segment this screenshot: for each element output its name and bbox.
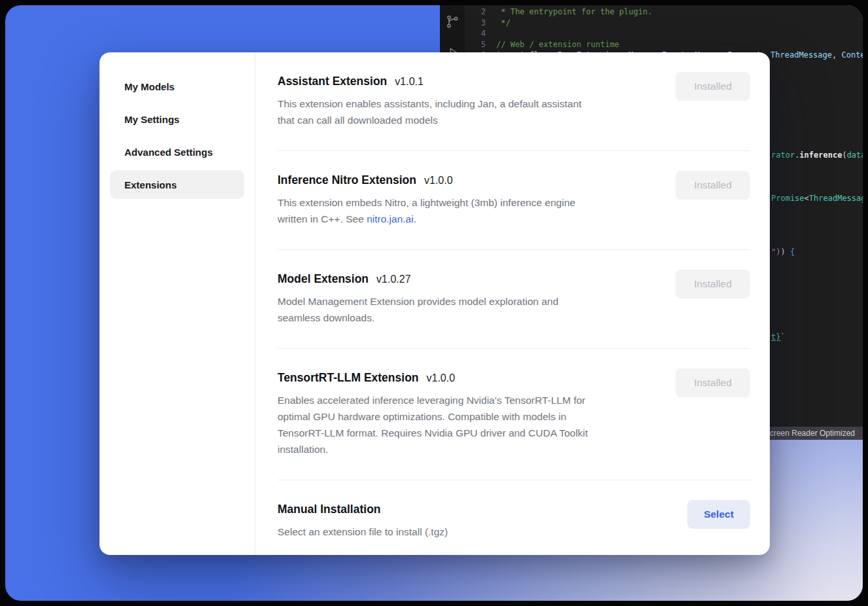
- code-line: 2 * The entrypoint for the plugin.: [465, 7, 863, 18]
- extension-description: This extension embeds Nitro, a lightweig…: [278, 194, 575, 227]
- code-text: * The entrypoint for the plugin.: [496, 7, 652, 16]
- extension-row-manual-installation: Manual InstallationSelect an extension f…: [278, 480, 750, 555]
- code-token: * The entrypoint for the plugin.: [496, 7, 652, 16]
- line-number: 3: [465, 18, 486, 27]
- code-token: data: [847, 151, 863, 160]
- extension-info: TensortRT-LLM Extensionv1.0.0Enables acc…: [278, 368, 588, 457]
- extension-title-line: Manual Installation: [278, 500, 448, 518]
- code-token: (: [842, 151, 846, 160]
- installed-button-tensortrt-llm-extension[interactable]: Installed: [676, 368, 750, 397]
- code-token: `: [780, 332, 785, 342]
- code-token: ThreadMessage: [770, 50, 832, 60]
- code-fragment: t}`: [771, 332, 786, 342]
- sidebar-item-extensions[interactable]: Extensions: [110, 170, 244, 199]
- extension-name: Model Extension: [278, 272, 369, 285]
- extension-description: This extension enables assistants, inclu…: [278, 96, 581, 128]
- installed-button-model-extension[interactable]: Installed: [676, 270, 750, 298]
- sidebar-item-my-models[interactable]: My Models: [110, 72, 244, 101]
- extension-info: Assistant Extensionv1.0.1This extension …: [278, 72, 581, 128]
- line-number: 5: [465, 40, 486, 49]
- settings-modal: My ModelsMy SettingsAdvanced SettingsExt…: [99, 52, 770, 555]
- extension-title-line: Inference Nitro Extensionv1.0.0: [278, 171, 575, 189]
- installed-button-assistant-extension[interactable]: Installed: [676, 72, 750, 101]
- app-window: 2 * The entrypoint for the plugin.3 */45…: [5, 5, 863, 601]
- extension-title-line: Assistant Extensionv1.0.1: [278, 72, 581, 90]
- installed-button-inference-nitro-extension[interactable]: Installed: [676, 171, 750, 200]
- extension-version: v1.0.0: [427, 372, 456, 383]
- sidebar-item-advanced-settings[interactable]: Advanced Settings: [110, 137, 244, 166]
- line-number: 2: [465, 7, 486, 16]
- screen-reader-optimized-status[interactable]: Screen Reader Optimized: [757, 427, 863, 440]
- code-token: "): [771, 247, 780, 257]
- code-text: */: [496, 18, 511, 27]
- extension-version: v1.0.27: [376, 274, 410, 285]
- line-number: 4: [465, 29, 486, 38]
- code-token: t}: [771, 332, 780, 342]
- extension-info: Inference Nitro Extensionv1.0.0This exte…: [278, 171, 575, 227]
- extension-title-line: Model Extensionv1.0.27: [278, 270, 558, 288]
- code-token: ThreadMessage: [809, 194, 863, 203]
- code-fragment: ")) {: [771, 247, 795, 257]
- extension-description: Model Management Extension provides mode…: [278, 293, 558, 326]
- select-button[interactable]: Select: [687, 500, 750, 529]
- extension-title-line: TensortRT-LLM Extensionv1.0.0: [278, 368, 588, 387]
- extension-row-assistant-extension: Assistant Extensionv1.0.1This extension …: [278, 52, 750, 151]
- extension-row-inference-nitro-extension: Inference Nitro Extensionv1.0.0This exte…: [278, 151, 750, 249]
- extension-info: Model Extensionv1.0.27Model Management E…: [278, 270, 558, 326]
- code-token: <: [805, 194, 809, 203]
- screenshot-stage: 2 * The entrypoint for the plugin.3 */45…: [0, 0, 868, 606]
- code-token: ,: [832, 50, 841, 60]
- sidebar-item-my-settings[interactable]: My Settings: [110, 105, 244, 134]
- extension-version: v1.0.1: [395, 76, 424, 87]
- code-token: */: [496, 18, 511, 27]
- extension-name: Manual Installation: [278, 503, 381, 516]
- code-line: 4: [465, 28, 863, 39]
- code-line: 5// Web / extension runtime: [465, 39, 863, 50]
- extension-description: Select an extension file to install (.tg…: [278, 524, 448, 540]
- extension-name: Inference Nitro Extension: [278, 173, 416, 187]
- settings-sidebar: My ModelsMy SettingsAdvanced SettingsExt…: [99, 52, 255, 555]
- nitro-jan-ai-link[interactable]: nitro.jan.ai.: [367, 213, 416, 224]
- code-text: // Web / extension runtime: [496, 40, 619, 49]
- extension-row-model-extension: Model Extensionv1.0.27Model Management E…: [278, 249, 750, 348]
- code-token: inference: [799, 151, 842, 160]
- source-control-icon[interactable]: [445, 14, 460, 29]
- extension-version: v1.0.0: [424, 175, 453, 186]
- code-token: ): [780, 247, 789, 257]
- code-token: ContentType: [841, 50, 863, 60]
- extension-info: Manual InstallationSelect an extension f…: [278, 500, 448, 540]
- code-fragment: rator.inference(data));: [771, 151, 863, 160]
- extension-description: Enables accelerated inference leveraging…: [278, 392, 588, 457]
- code-line: 3 */: [465, 18, 863, 29]
- extension-name: TensortRT-LLM Extension: [278, 371, 419, 384]
- code-token: rator: [771, 151, 795, 160]
- code-fragment: Promise<ThreadMessage>: [771, 194, 863, 203]
- extension-row-tensortrt-llm-extension: TensortRT-LLM Extensionv1.0.0Enables acc…: [278, 348, 750, 480]
- code-token: Promise: [771, 194, 805, 203]
- extensions-list: Assistant Extensionv1.0.1This extension …: [255, 52, 770, 555]
- code-token: {: [790, 247, 795, 257]
- code-token: // Web / extension runtime: [496, 40, 619, 49]
- extension-name: Assistant Extension: [278, 75, 387, 88]
